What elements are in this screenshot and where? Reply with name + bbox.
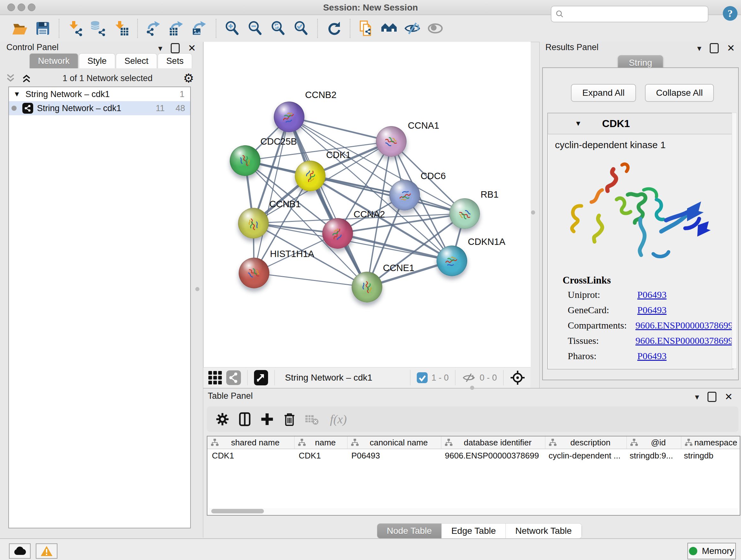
table-hscrollbar[interactable]: [208, 508, 738, 514]
help-icon[interactable]: ?: [722, 5, 738, 22]
panel-collapse-icon[interactable]: ▾: [697, 44, 701, 52]
results-scrollbar[interactable]: [732, 113, 737, 369]
panel-resize-grip[interactable]: [470, 386, 474, 390]
add-column-icon[interactable]: [260, 412, 274, 427]
export-table-icon[interactable]: [168, 19, 186, 37]
network-home-icon[interactable]: [381, 19, 398, 37]
zoom-out-icon[interactable]: [246, 19, 264, 37]
hidden-eye-icon[interactable]: [462, 371, 476, 385]
memory-button[interactable]: Memory: [687, 543, 736, 559]
columns-icon[interactable]: [238, 412, 252, 427]
tab-style[interactable]: Style: [79, 53, 115, 68]
panel-float-icon[interactable]: [708, 392, 717, 402]
export-network-icon[interactable]: [145, 19, 163, 37]
show-hide-icon[interactable]: [403, 19, 421, 37]
collapse-triangle-icon[interactable]: ▼: [13, 90, 20, 98]
selected-checkbox-icon[interactable]: [417, 372, 428, 383]
tab-sets[interactable]: Sets: [158, 53, 192, 68]
toolbar-separator: [247, 370, 248, 385]
tab-network-table[interactable]: Network Table: [506, 523, 582, 538]
column-header-name[interactable]: name: [294, 436, 347, 449]
open-session-icon[interactable]: [11, 19, 29, 37]
network-node-RB1[interactable]: [449, 198, 480, 229]
network-node-CCNB2[interactable]: [274, 102, 305, 132]
expand-all-button[interactable]: Expand All: [571, 84, 636, 102]
expand-all-icon[interactable]: [21, 73, 32, 84]
search-input[interactable]: [564, 7, 708, 21]
collapse-all-button[interactable]: Collapse All: [645, 84, 714, 102]
table-cell[interactable]: cyclin-dependent ...: [544, 451, 625, 461]
crosslink-link[interactable]: 9606.ENSP00000378699: [635, 320, 733, 331]
panel-float-icon[interactable]: [710, 43, 719, 53]
crosslink-link[interactable]: P06493: [637, 351, 667, 361]
column-header-shared-name[interactable]: shared name: [207, 436, 294, 449]
delete-column-icon[interactable]: [282, 412, 297, 427]
crosslink-link[interactable]: 9606.ENSP00000378699: [635, 335, 733, 346]
cloud-status-button[interactable]: [9, 543, 30, 559]
import-database-icon[interactable]: [89, 19, 107, 37]
search-box[interactable]: [551, 6, 709, 22]
tab-network[interactable]: Network: [29, 53, 78, 68]
crosslink-link[interactable]: P06493: [637, 305, 667, 315]
crosslink-link[interactable]: P06493: [637, 289, 667, 300]
refresh-view-icon[interactable]: [325, 19, 343, 37]
column-header-namespace[interactable]: namespace: [681, 436, 741, 449]
copy-network-icon[interactable]: [357, 19, 375, 37]
column-header--id[interactable]: @id: [627, 436, 681, 449]
network-node-CDC6[interactable]: [389, 180, 420, 210]
tab-select[interactable]: Select: [116, 53, 157, 68]
table-cell[interactable]: 9606.ENSP00000378699: [441, 451, 544, 461]
save-session-icon[interactable]: [34, 19, 52, 37]
zoom-in-icon[interactable]: [223, 19, 241, 37]
center-view-icon[interactable]: [510, 370, 525, 385]
panel-resize-grip[interactable]: [195, 287, 199, 291]
delete-table-icon[interactable]: [305, 412, 319, 427]
network-node-CDKN1A[interactable]: [436, 246, 467, 276]
network-list[interactable]: ▼ String Network – cdk1 1 String Network…: [8, 86, 191, 528]
panel-close-icon[interactable]: ✕: [725, 392, 733, 401]
network-row[interactable]: String Network – cdk1 11 48: [9, 101, 190, 115]
warning-status-button[interactable]: [36, 543, 57, 559]
table-cell[interactable]: P06493: [347, 451, 441, 461]
network-node-CCNE1[interactable]: [352, 272, 382, 302]
birds-eye-view-icon[interactable]: [208, 370, 222, 385]
panel-float-icon[interactable]: [171, 43, 180, 53]
column-header-canonical-name[interactable]: canonical name: [347, 436, 441, 449]
network-node-CDC25B[interactable]: [230, 145, 260, 176]
panel-collapse-icon[interactable]: ▾: [158, 44, 162, 52]
table-cell[interactable]: CDK1: [294, 451, 347, 461]
zoom-fit-icon[interactable]: [269, 19, 287, 37]
tab-node-table[interactable]: Node Table: [377, 523, 442, 538]
gene-header-row[interactable]: ▼ CDK1: [548, 113, 733, 134]
table-cell[interactable]: stringdb: [679, 451, 739, 461]
zoom-selected-icon[interactable]: [292, 19, 310, 37]
column-header-database-identifier[interactable]: database identifier: [441, 436, 545, 449]
import-network-icon[interactable]: [66, 19, 84, 37]
preview-eye-icon[interactable]: [426, 19, 444, 37]
column-header-description[interactable]: description: [545, 436, 627, 449]
collapse-all-icon[interactable]: [5, 73, 16, 84]
scrollbar-thumb[interactable]: [211, 509, 264, 513]
network-node-CCNA1[interactable]: [376, 126, 407, 157]
panel-collapse-icon[interactable]: ▾: [695, 393, 699, 401]
network-node-HIST1H1A[interactable]: [239, 258, 269, 288]
export-image-icon[interactable]: [191, 19, 209, 37]
gear-icon[interactable]: [215, 412, 230, 427]
import-table-icon[interactable]: [112, 19, 130, 37]
network-node-CCNA2[interactable]: [322, 218, 353, 249]
tab-edge-table[interactable]: Edge Table: [442, 523, 506, 538]
table-row[interactable]: CDK1CDK1P064939606.ENSP00000378699cyclin…: [207, 449, 740, 462]
collapse-triangle-icon[interactable]: ▼: [575, 119, 582, 128]
network-overview-icon[interactable]: [226, 370, 241, 385]
table-cell[interactable]: CDK1: [207, 451, 294, 461]
panel-close-icon[interactable]: ✕: [727, 44, 735, 53]
network-options-gear-icon[interactable]: ⚙: [183, 72, 194, 84]
network-node-CDK1[interactable]: [295, 161, 326, 191]
network-canvas[interactable]: CCNB2 CCNA1 CDC25B CDK1 CDC6 RB1 CCNB1: [203, 42, 531, 367]
panel-resize-grip[interactable]: [531, 210, 535, 214]
open-in-window-icon[interactable]: [254, 370, 268, 385]
network-node-CCNB1[interactable]: [238, 208, 269, 239]
network-collection-row[interactable]: ▼ String Network – cdk1 1: [9, 87, 190, 101]
table-cell[interactable]: stringdb:9...: [625, 451, 679, 461]
panel-close-icon[interactable]: ✕: [188, 44, 196, 53]
